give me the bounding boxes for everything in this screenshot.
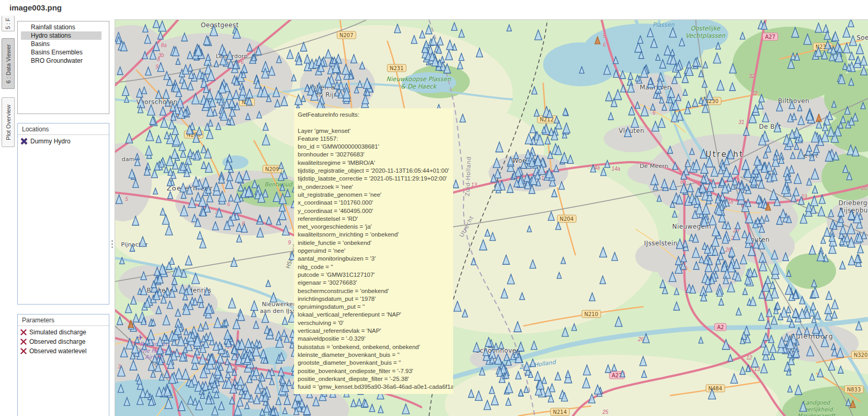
parameters-list: Simulated dischargeObserved dischargeObs… [18,326,109,356]
locations-list: Dummy Hydro [18,135,109,146]
red-x-icon [20,348,27,354]
gfi-line: buisstatus = 'onbekend, onbekend, onbeke… [298,343,453,351]
gfi-line: Layer 'gmw_kenset' [298,127,453,135]
gfi-line: positie_bovenkant_ondiepste_filter = '-7… [298,367,453,375]
parameters-panel: Parameters Simulated dischargeObserved d… [17,314,109,416]
gfi-line: kwaliteitsregime = 'IMBRO/A' [298,159,453,167]
panel-splitter-handle[interactable] [110,240,114,251]
getfeatureinfo-tooltip: GetFeatureInfo results: Layer 'gmw_kense… [294,108,453,394]
location-x-marker-icon [20,138,28,145]
gfi-line: eigenaar = '30276683' [298,279,453,287]
red-x-icon [20,339,27,345]
gfi-line: Feature 11557: [298,135,453,143]
red-x-icon [20,329,27,335]
gfi-line: kwaliteitsnorm_inrichting = 'onbekend' [298,231,453,239]
parameter-item-observed-discharge[interactable]: Observed discharge [18,337,109,346]
gfi-line: fuuid = 'gmw_kenset.bd395a90-36a6-46ad-a… [298,383,453,391]
gfi-line: y_coordinaat = '460495.000' [298,207,453,215]
layer-item-basins-ensembles[interactable]: Basins Ensembles [21,48,102,57]
layer-item-basins[interactable]: Basins [21,40,102,48]
location-item-dummy-hydro[interactable]: Dummy Hydro [18,137,109,146]
layers-list: Rainfall stationsHydro stationsBasinsBas… [18,21,109,65]
gfi-line: tijdstip_registratie_object = '2020-11-1… [298,167,453,175]
layer-item-rainfall-stations[interactable]: Rainfall stations [21,23,102,31]
parameter-item-observed-waterlevel[interactable]: Observed waterlevel [18,346,109,356]
gfi-line: maaiveldpositie = '-0.329' [298,335,453,343]
gfi-line: opgeruimd = 'nee' [298,247,453,255]
gfi-line: bro_id = 'GMW000000038681' [298,143,453,151]
tab-label: Plot Overview [5,105,12,140]
gfi-line: bronhouder = '30276683' [298,151,453,159]
layer-item-bro-groundwater[interactable]: BRO Groundwater [21,57,102,65]
gfi-line: putcode = 'GMW31C127107' [298,271,453,279]
location-item-label: Dummy Hydro [30,138,71,145]
parameter-item-label: Observed waterlevel [29,347,86,355]
gfi-line: verschuiving = '0' [298,319,453,327]
map-viewport[interactable]: OegstgeestLeiderdorpVoorschotenAlphen aa… [115,19,868,416]
gfi-line: in_onderzoek = 'nee' [298,183,453,191]
locations-header: Locations [18,123,109,135]
gfi-line: inrichtingsdatum_put = '1978' [298,295,453,303]
gfi-line: referentiestelsel = 'RD' [298,215,453,223]
gfi-line: initiele_functie = 'onbekend' [298,239,453,247]
gfi-line: GetFeatureInfo results: [298,111,453,119]
vertical-tabstrip: 5 : F6 : Data ViewerPlot Overview [0,0,16,416]
tab-label: 6 : Data Viewer [5,44,12,83]
gfi-line: beschermconstructie = 'onbekend' [298,287,453,295]
gfi-line: positie_onderkant_diepste_filter = '-25.… [298,375,453,383]
gfi-line [298,119,453,127]
map-base-layer [115,20,868,416]
parameter-item-label: Observed discharge [29,338,85,345]
tab-5-f[interactable]: 5 : F [2,16,15,31]
gfi-line: verticaal_referentievlak = 'NAP' [298,327,453,335]
gfi-line: x_coordinaat = '101760.000' [298,199,453,207]
gfi-line: lokaal_verticaal_referentiepunt = 'NAP' [298,311,453,319]
gfi-line: nitg_code = '' [298,263,453,271]
layers-panel: Rainfall stationsHydro stationsBasinsBas… [17,21,109,114]
parameters-header: Parameters [18,314,109,326]
parameter-item-simulated-discharge[interactable]: Simulated discharge [18,328,109,337]
locations-panel: Locations Dummy Hydro [17,123,109,305]
gfi-line: tijdstip_laatste_correctie = '2021-05-11… [298,175,453,183]
parameter-item-label: Simulated discharge [29,329,86,336]
tab-plot-overview[interactable]: Plot Overview [2,97,15,147]
gfi-line: opruimingsdatum_put = '' [298,303,453,311]
tab-6-data-viewer[interactable]: 6 : Data Viewer [2,38,15,89]
gfi-line: uit_registratie_genomen = 'nee' [298,191,453,199]
gfi-line: aantal_monitoringbuizen = '3' [298,255,453,263]
gfi-line: met_voorgeschiedenis = 'ja' [298,223,453,231]
window-title: image003.png [9,3,62,12]
gfi-line: grootste_diameter_bovenkant_buis = '' [298,359,453,367]
layer-item-hydro-stations[interactable]: Hydro stations [21,31,102,40]
tab-label: 5 : F [5,17,11,29]
gfi-line: kleinste_diameter_bovenkant_buis = '' [298,351,453,359]
